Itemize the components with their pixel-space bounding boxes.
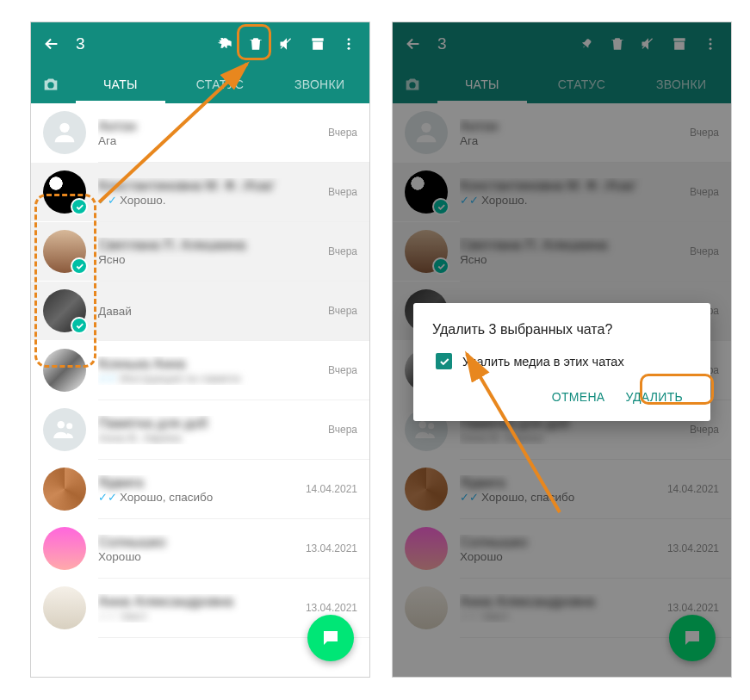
chat-last-message: ✓✓Инструкция по памяти <box>98 372 321 385</box>
selection-header: 3 <box>31 22 369 65</box>
chat-item[interactable]: Константиновна М. Ф. /Аза/✓✓Хорошо.Вчера <box>31 163 369 221</box>
chat-last-message: Анна В. Аврика <box>98 431 321 444</box>
chat-name: Светлана П. Алешкина <box>98 238 321 253</box>
chat-name: Ксенька Анна <box>98 356 321 372</box>
chat-timestamp: Вчера <box>328 245 357 257</box>
chat-timestamp: Вчера <box>328 186 357 198</box>
chat-item[interactable]: Ядвига✓✓Хорошо, спасибо14.04.2021 <box>31 460 369 518</box>
tab-calls[interactable]: ЗВОНКИ <box>270 65 369 103</box>
chat-name: Солнышко <box>98 535 299 550</box>
svg-point-3 <box>59 123 69 133</box>
chat-item[interactable]: Памятка для добАнна В. АврикаВчера <box>31 400 369 459</box>
chat-timestamp: Вчера <box>328 364 357 376</box>
pin-button[interactable] <box>209 28 240 59</box>
chat-item[interactable]: ДавайВчера <box>31 282 369 340</box>
avatar[interactable] <box>43 468 86 511</box>
avatar[interactable] <box>43 527 86 570</box>
svg-point-1 <box>348 43 350 46</box>
camera-tab[interactable] <box>31 65 71 103</box>
chat-name: Анна Александровна <box>98 594 299 610</box>
chat-timestamp: 13.04.2021 <box>306 542 357 554</box>
phone-screen-left: 3 ЧАТЫ СТАТУС ЗВОНКИ АнтонАгаВчераКонста… <box>30 22 370 678</box>
avatar[interactable] <box>43 170 86 214</box>
chat-name: Ядвига <box>98 475 299 491</box>
avatar[interactable] <box>43 289 86 332</box>
new-chat-fab[interactable] <box>307 615 354 661</box>
avatar[interactable] <box>43 230 86 273</box>
chat-item[interactable]: АнтонАгаВчера <box>31 103 369 162</box>
checkbox-label: Удалить медиа в этих чатах <box>462 355 624 369</box>
archive-button[interactable] <box>302 28 333 59</box>
avatar[interactable] <box>43 349 86 392</box>
tabs-bar: ЧАТЫ СТАТУС ЗВОНКИ <box>31 65 369 103</box>
chat-name: Константиновна М. Ф. /Аза/ <box>98 178 321 194</box>
chat-list[interactable]: АнтонАгаВчераКонстантиновна М. Ф. /Аза/✓… <box>31 103 369 677</box>
phone-screen-right: 3 ЧАТЫ СТАТУС ЗВОНКИ АнтонАгаВчераКонста… <box>392 22 732 678</box>
dialog-actions: ОТМЕНА УДАЛИТЬ <box>432 381 691 412</box>
chat-item[interactable]: Ксенька Анна✓✓Инструкция по памятиВчера <box>31 341 369 400</box>
avatar[interactable] <box>43 586 86 629</box>
chat-timestamp: Вчера <box>328 305 357 317</box>
delete-dialog: Удалить 3 выбранных чата? Удалить медиа … <box>413 303 710 421</box>
chat-last-message: Ясно <box>98 253 321 266</box>
avatar[interactable] <box>43 408 86 451</box>
checkbox-delete-media[interactable] <box>436 353 452 369</box>
mute-button[interactable] <box>271 28 302 59</box>
more-button[interactable] <box>333 28 364 59</box>
delete-button[interactable] <box>240 28 271 59</box>
chat-timestamp: 13.04.2021 <box>306 602 357 614</box>
dialog-delete-button[interactable]: УДАЛИТЬ <box>617 381 691 412</box>
dialog-title: Удалить 3 выбранных чата? <box>432 322 691 338</box>
chat-timestamp: Вчера <box>328 424 357 436</box>
chat-item[interactable]: СолнышкоХорошо13.04.2021 <box>31 519 369 578</box>
chat-last-message: Давай <box>98 305 321 318</box>
chat-last-message: Ага <box>98 134 321 147</box>
dialog-cancel-button[interactable]: ОТМЕНА <box>543 381 614 412</box>
chat-last-message: ✓✓Хорошо, спасибо <box>98 491 299 504</box>
chat-name: Антон <box>98 119 321 134</box>
dialog-checkbox-row[interactable]: Удалить медиа в этих чатах <box>432 353 691 369</box>
svg-point-0 <box>348 38 350 40</box>
back-button[interactable] <box>36 28 67 59</box>
chat-last-message: Хорошо <box>98 550 299 563</box>
chat-last-message: ✓✓Хорошо. <box>98 194 321 207</box>
selection-count: 3 <box>76 34 209 53</box>
chat-name: Памятка для доб <box>98 416 321 431</box>
svg-point-2 <box>348 47 350 50</box>
svg-point-4 <box>58 421 65 429</box>
chat-timestamp: 14.04.2021 <box>306 483 357 495</box>
tab-status[interactable]: СТАТУС <box>170 65 270 103</box>
svg-point-5 <box>66 423 72 429</box>
tab-chats[interactable]: ЧАТЫ <box>71 65 170 103</box>
avatar[interactable] <box>43 111 86 154</box>
chat-item[interactable]: Светлана П. АлешкинаЯсноВчера <box>31 222 369 281</box>
chat-last-message: ✓✓текст <box>98 610 299 623</box>
chat-timestamp: Вчера <box>328 127 357 139</box>
